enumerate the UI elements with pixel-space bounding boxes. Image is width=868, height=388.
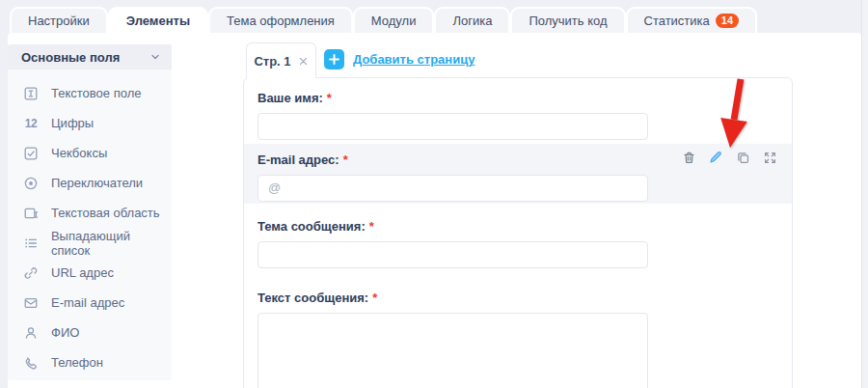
- required-asterisk: *: [327, 91, 332, 105]
- sidebar-item-label: URL адрес: [51, 265, 114, 280]
- person-icon: [22, 325, 40, 341]
- tab-label: Элементы: [126, 14, 190, 28]
- sidebar-item-label: E-mail адрес: [51, 295, 124, 310]
- sidebar-group-basic-fields[interactable]: Основные поля: [8, 44, 172, 69]
- sidebar-item-label: Выпадающий список: [51, 229, 172, 258]
- sidebar-item-label: ФИО: [51, 325, 79, 340]
- elements-sidebar: Основные поля Текстовое поле12ЦифрыЧекбо…: [8, 44, 172, 380]
- field-control: [258, 113, 778, 140]
- tab-4[interactable]: Логика: [434, 7, 510, 33]
- required-asterisk: *: [343, 152, 348, 167]
- field-label-text: E-mail адрес:: [258, 152, 339, 167]
- field-label: Тема сообщения:*: [258, 219, 778, 234]
- sidebar-item-6[interactable]: URL адрес: [8, 258, 172, 288]
- tab-6[interactable]: Статистика14: [626, 7, 758, 33]
- tab-0[interactable]: Настройки: [10, 7, 108, 33]
- sidebar-item-1[interactable]: 12Цифры: [8, 108, 172, 138]
- dropdown-list-icon: [22, 236, 40, 251]
- your-name-input[interactable]: [258, 113, 648, 140]
- top-tabbar: НастройкиЭлементыТема оформленияМодулиЛо…: [10, 7, 757, 33]
- field-control: [258, 241, 778, 268]
- page-tab-1[interactable]: Стр. 1: [246, 42, 316, 78]
- trash-icon[interactable]: [680, 149, 697, 166]
- field-label-text: Тема сообщения:: [258, 219, 366, 234]
- tab-5[interactable]: Получить код: [510, 7, 625, 33]
- page-tab-label: Стр. 1: [254, 54, 290, 69]
- numbers-icon: 12: [22, 117, 40, 130]
- field-toolbar: [680, 149, 778, 166]
- phone-icon: [22, 355, 40, 371]
- field-label-text: Текст сообщения:: [258, 291, 368, 305]
- tab-3[interactable]: Модули: [353, 7, 435, 33]
- tab-2[interactable]: Тема оформления: [208, 7, 353, 33]
- content-card: Основные поля Текстовое поле12ЦифрыЧекбо…: [8, 33, 861, 388]
- sidebar-item-label: Текстовое поле: [51, 86, 141, 100]
- sidebar-item-4[interactable]: Текстовая область: [8, 198, 172, 228]
- tab-label: Тема оформления: [227, 14, 335, 28]
- statistics-badge: 14: [716, 14, 739, 28]
- email-input[interactable]: [258, 175, 648, 202]
- copy-icon[interactable]: [734, 149, 751, 166]
- plus-icon: [328, 53, 340, 66]
- expand-icon[interactable]: [761, 149, 778, 166]
- field-control: [258, 313, 778, 388]
- sidebar-item-0[interactable]: Текстовое поле: [8, 78, 172, 108]
- field-control: @: [258, 175, 778, 202]
- scrollbar[interactable]: [861, 0, 868, 388]
- field-label-text: Ваше имя:: [258, 91, 323, 105]
- tab-label: Получить код: [529, 14, 607, 28]
- form-field-your-name-input: Ваше имя:*: [244, 91, 792, 140]
- sidebar-item-label: Телефон: [51, 355, 103, 370]
- tab-label: Модули: [371, 14, 417, 28]
- required-asterisk: *: [369, 219, 374, 234]
- tab-label: Логика: [452, 14, 492, 28]
- textarea-icon: [22, 206, 40, 221]
- close-icon[interactable]: [298, 56, 309, 67]
- envelope-icon: [22, 295, 40, 311]
- add-page-button[interactable]: [324, 49, 344, 69]
- form-field-message-textarea: Текст сообщения:*: [244, 291, 792, 388]
- radio-icon: [22, 176, 40, 191]
- form-panel: Ваше имя:*E-mail адрес:*@Тема сообщения:…: [243, 77, 793, 388]
- input-wrap: [258, 241, 648, 268]
- link-icon: [22, 265, 40, 281]
- message-textarea[interactable]: [258, 313, 648, 388]
- chevron-down-icon: [149, 51, 161, 63]
- sidebar-item-label: Чекбоксы: [51, 146, 107, 160]
- sidebar-item-label: Переключатели: [51, 176, 143, 190]
- numbers-icon-text: 12: [25, 117, 37, 130]
- required-asterisk: *: [372, 291, 377, 305]
- sidebar-item-9[interactable]: Телефон: [8, 347, 172, 377]
- text-field-icon: [22, 86, 40, 101]
- subject-input[interactable]: [258, 241, 648, 268]
- sidebar-items: Текстовое поле12ЦифрыЧекбоксыПереключате…: [8, 69, 172, 377]
- add-page-link[interactable]: Добавить страницу: [353, 52, 475, 67]
- tab-label: Настройки: [28, 14, 90, 28]
- add-page: Добавить страницу: [324, 49, 475, 69]
- tab-1[interactable]: Элементы: [108, 7, 208, 33]
- field-label: Текст сообщения:*: [258, 291, 778, 305]
- tab-label: Статистика: [644, 14, 710, 28]
- sidebar-item-7[interactable]: E-mail адрес: [8, 288, 172, 318]
- sidebar-item-label: Цифры: [51, 116, 94, 130]
- pencil-icon[interactable]: [707, 149, 724, 166]
- form-field-email-input: E-mail адрес:*@: [244, 144, 792, 204]
- sidebar-item-2[interactable]: Чекбоксы: [8, 138, 172, 168]
- field-label: Ваше имя:*: [258, 91, 778, 105]
- checkbox-icon: [22, 146, 40, 161]
- form-field-subject-input: Тема сообщения:*: [244, 219, 792, 268]
- input-wrap: [258, 113, 648, 140]
- sidebar-item-3[interactable]: Переключатели: [8, 168, 172, 198]
- sidebar-item-label: Текстовая область: [51, 206, 160, 220]
- sidebar-item-8[interactable]: ФИО: [8, 318, 172, 347]
- at-icon: @: [268, 181, 281, 194]
- input-wrap: @: [258, 175, 648, 202]
- sidebar-item-5[interactable]: Выпадающий список: [8, 228, 172, 258]
- sidebar-group-label: Основные поля: [21, 50, 120, 65]
